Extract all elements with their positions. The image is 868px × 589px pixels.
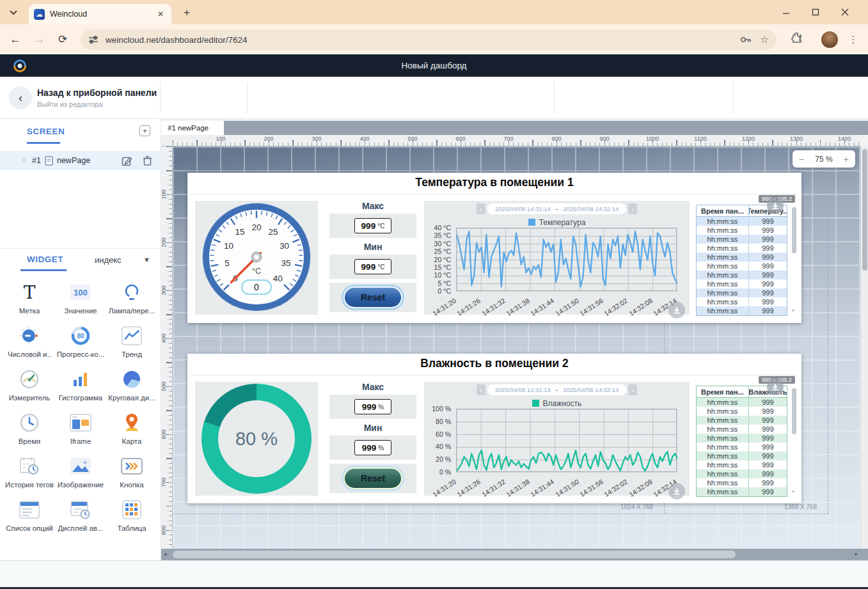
bookmark-star-icon[interactable]: ☆: [761, 34, 769, 45]
data-table[interactable]: Время пан...Влажностьhh:mm:ss999hh:mm:ss…: [696, 386, 787, 497]
drag-handle-icon[interactable]: ⠿: [22, 157, 27, 165]
rename-pencil-icon[interactable]: [122, 155, 132, 166]
canvas-vertical-scrollbar[interactable]: [860, 146, 868, 549]
reset-button[interactable]: Reset: [343, 467, 402, 489]
widget-label: Значение: [65, 307, 97, 315]
svg-text:T: T: [24, 283, 36, 302]
url-bar[interactable]: weincloud.net/dashboard/editor/7624 ☆: [81, 29, 777, 50]
tab-index[interactable]: индекс: [95, 255, 122, 265]
widget-item[interactable]: 100Значение: [55, 279, 106, 322]
panel-temperature[interactable]: Температура в помещении 1 05101520253035…: [187, 173, 801, 323]
tab-screen[interactable]: SCREEN: [27, 127, 65, 136]
download-icon[interactable]: [668, 483, 685, 499]
password-key-icon[interactable]: [740, 35, 752, 44]
widget-item[interactable]: Лампа/пере...: [106, 279, 157, 322]
zoom-level: 75 %: [815, 155, 832, 164]
reload-icon[interactable]: ⟳: [54, 31, 72, 49]
extensions-icon[interactable]: [791, 32, 802, 43]
table-row: hh:mm:ss999: [697, 416, 787, 425]
donut-widget[interactable]: 80 %: [195, 382, 318, 496]
histogram-icon: [71, 368, 90, 390]
table-row: hh:mm:ss999: [697, 398, 787, 407]
left-sidebar: SCREEN + ⠿ #1 newPage WIDGET индекс ▼ TМ…: [0, 119, 161, 560]
table-scrollbar[interactable]: ▾: [792, 206, 797, 313]
scroll-right-icon[interactable]: ▸: [855, 551, 858, 557]
reset-button[interactable]: Reset: [343, 287, 402, 308]
date-range[interactable]: 2025/04/08 14:31:14 - 2025/04/08 14:32:1…: [487, 384, 627, 395]
gauge-widget[interactable]: 0510152025303540°C0: [195, 201, 318, 315]
screen-list-item[interactable]: ⠿ #1 newPage: [0, 151, 161, 170]
zoom-out-button[interactable]: −: [799, 154, 804, 164]
widget-item[interactable]: Числовой и..: [4, 322, 55, 366]
browser-menu-icon[interactable]: ⋮: [846, 32, 861, 47]
download-icon[interactable]: [668, 302, 685, 318]
date-prev-icon[interactable]: ‹: [477, 384, 485, 395]
trend-widget[interactable]: ‹ 2025/04/08 14:31:14 - 2025/04/08 14:32…: [424, 201, 690, 315]
new-tab-button[interactable]: +: [180, 6, 193, 19]
table-row: hh:mm:ss999: [697, 434, 787, 443]
widget-item[interactable]: Список опций: [4, 496, 55, 540]
widget-item[interactable]: Кнопка: [106, 453, 157, 496]
scroll-left-icon[interactable]: ◂: [164, 551, 167, 557]
widget-item[interactable]: Таблица: [106, 496, 157, 540]
back-icon[interactable]: ←: [6, 31, 24, 49]
trend-widget[interactable]: ‹ 2025/04/08 14:31:14 - 2025/04/08 14:32…: [424, 382, 690, 496]
tab-search-icon[interactable]: [5, 4, 22, 21]
svg-text:10: 10: [224, 241, 233, 251]
widget-item[interactable]: Время: [4, 409, 55, 453]
date-next-icon[interactable]: ›: [628, 203, 637, 214]
max-input[interactable]: 999%: [354, 399, 391, 414]
chevron-down-icon[interactable]: ▼: [143, 256, 150, 263]
widget-item[interactable]: Изображение: [55, 453, 106, 496]
site-info-icon[interactable]: [88, 35, 99, 44]
data-table[interactable]: Время пан...Температу...hh:mm:ss999hh:mm…: [696, 205, 787, 316]
design-viewport[interactable]: 1024 X 768 1366 X 768 Температура в поме…: [173, 146, 860, 549]
max-input[interactable]: 999°C: [354, 218, 391, 233]
widget-item[interactable]: Круговая ди...: [106, 366, 157, 409]
delete-screen-icon[interactable]: [143, 155, 152, 166]
widget-item[interactable]: 80Прогресс-ко...: [55, 322, 106, 366]
add-screen-button[interactable]: +: [139, 125, 150, 136]
table-scrollbar[interactable]: ▾: [792, 387, 797, 494]
widget-item[interactable]: История тегов: [4, 453, 55, 496]
minimize-button[interactable]: [782, 8, 800, 16]
panel-humidity[interactable]: Влажность в помещении 2 80 % Макс 999% М…: [187, 354, 801, 503]
profile-avatar[interactable]: [821, 31, 838, 48]
page-tab-strip: [161, 121, 868, 135]
panel-title: Температура в помещении 1: [187, 176, 801, 189]
browser-tab[interactable]: ☁ Weincloud ✕: [29, 4, 171, 24]
widget-item[interactable]: Дисплей ав...: [55, 496, 106, 540]
screen-name: newPage: [57, 156, 122, 165]
close-button[interactable]: [841, 8, 859, 16]
vertical-ruler: 100200300400500600700800: [161, 146, 173, 549]
trend-plot: [456, 409, 677, 472]
widget-item[interactable]: Карта: [106, 409, 157, 453]
table-download-icon[interactable]: [767, 198, 784, 214]
widget-item[interactable]: Iframe: [55, 409, 106, 453]
button-icon: [121, 455, 143, 477]
widget-item[interactable]: Измеритель: [4, 366, 55, 409]
min-input[interactable]: 999%: [354, 440, 391, 455]
widget-label: Круговая ди...: [108, 394, 155, 402]
canvas-area: #1 newPage 10020030040050060070080090010…: [161, 119, 868, 560]
pie-icon: [122, 368, 142, 390]
tab-close-icon[interactable]: ✕: [155, 8, 166, 20]
url-text: weincloud.net/dashboard/editor/7624: [106, 35, 731, 45]
maximize-button[interactable]: [812, 8, 830, 16]
zoom-in-button[interactable]: +: [844, 154, 849, 164]
widget-item[interactable]: Тренд: [106, 322, 157, 366]
trend-plot: [456, 228, 677, 291]
date-next-icon[interactable]: ›: [628, 384, 637, 395]
back-to-dashboard-button[interactable]: ‹: [9, 86, 32, 109]
min-input[interactable]: 999°C: [354, 259, 391, 274]
page-tab[interactable]: #1 newPage: [161, 121, 224, 135]
table-download-icon[interactable]: [767, 379, 784, 395]
table-row: hh:mm:ss999: [697, 306, 787, 315]
canvas-horizontal-scrollbar[interactable]: ◂ ▸: [161, 549, 868, 560]
date-prev-icon[interactable]: ‹: [477, 203, 485, 214]
widget-item[interactable]: Гистограмма: [55, 366, 106, 409]
forward-icon[interactable]: →: [31, 31, 49, 49]
date-range[interactable]: 2025/04/08 14:31:14 - 2025/04/08 14:32:1…: [487, 203, 627, 214]
tab-widget[interactable]: WIDGET: [27, 255, 63, 264]
widget-item[interactable]: TМетка: [4, 279, 55, 322]
